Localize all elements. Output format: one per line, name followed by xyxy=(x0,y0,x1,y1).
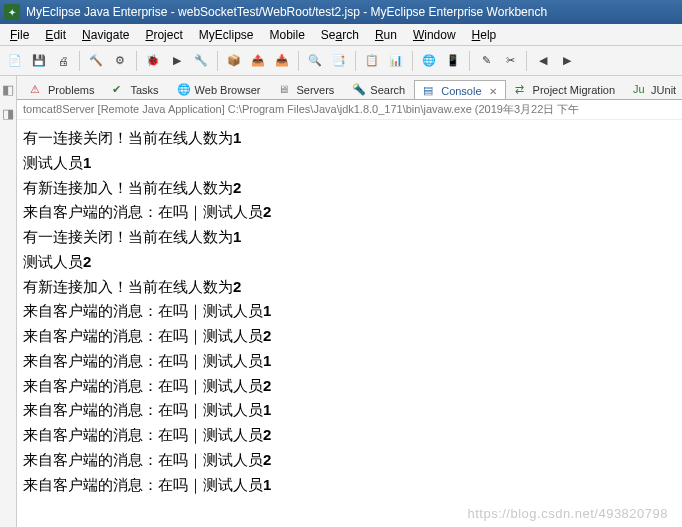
console-line: 来自客户端的消息：在吗｜测试人员2 xyxy=(23,374,682,399)
trim-icon[interactable]: ◨ xyxy=(0,106,16,122)
toolbar-separator xyxy=(217,51,218,71)
toolbar-button[interactable]: ▶ xyxy=(166,50,188,72)
toolbar-button[interactable]: 📋 xyxy=(361,50,383,72)
tab-label: Project Migration xyxy=(533,84,616,96)
tab-web-browser[interactable]: 🌐Web Browser xyxy=(168,79,270,99)
toolbar-button[interactable]: 📤 xyxy=(247,50,269,72)
tab-label: Servers xyxy=(296,84,334,96)
toolbar-separator xyxy=(355,51,356,71)
toolbar-separator xyxy=(412,51,413,71)
toolbar-button[interactable]: ✎ xyxy=(475,50,497,72)
toolbar-button[interactable]: 🔍 xyxy=(304,50,326,72)
console-line: 来自客户端的消息：在吗｜测试人员1 xyxy=(23,398,682,423)
toolbar-button[interactable]: ▶ xyxy=(556,50,578,72)
toolbar-button[interactable]: 🌐 xyxy=(418,50,440,72)
console-line: 有新连接加入！当前在线人数为2 xyxy=(23,176,682,201)
trim-icon[interactable]: ◧ xyxy=(0,82,16,98)
tab-project-migration[interactable]: ⇄Project Migration xyxy=(506,79,625,99)
menu-project[interactable]: Project xyxy=(137,26,190,44)
tab-label: Console xyxy=(441,85,481,97)
console-line: 来自客户端的消息：在吗｜测试人员1 xyxy=(23,473,682,498)
tab-label: Search xyxy=(370,84,405,96)
toolbar-separator xyxy=(79,51,80,71)
menu-mobile[interactable]: Mobile xyxy=(261,26,312,44)
tab-junit[interactable]: JuJUnit xyxy=(624,79,682,99)
toolbar-button[interactable]: 🐞 xyxy=(142,50,164,72)
toolbar-button[interactable]: ✂ xyxy=(499,50,521,72)
console-line: 来自客户端的消息：在吗｜测试人员2 xyxy=(23,324,682,349)
menu-bar: FileEditNavigateProjectMyEclipseMobileSe… xyxy=(0,24,682,46)
servers-icon: 🖥 xyxy=(278,83,292,97)
menu-myeclipse[interactable]: MyEclipse xyxy=(191,26,262,44)
tab-tasks[interactable]: ✔Tasks xyxy=(103,79,167,99)
project-migration-icon: ⇄ xyxy=(515,83,529,97)
tab-problems[interactable]: ⚠Problems xyxy=(21,79,103,99)
search-icon: 🔦 xyxy=(352,83,366,97)
problems-icon: ⚠ xyxy=(30,83,44,97)
menu-edit[interactable]: Edit xyxy=(37,26,74,44)
console-line: 有新连接加入！当前在线人数为2 xyxy=(23,275,682,300)
tab-label: Web Browser xyxy=(195,84,261,96)
workspace: ◧◨ ⚠Problems✔Tasks🌐Web Browser🖥Servers🔦S… xyxy=(0,76,682,527)
menu-window[interactable]: Window xyxy=(405,26,464,44)
console-line: 来自客户端的消息：在吗｜测试人员1 xyxy=(23,299,682,324)
tab-label: Problems xyxy=(48,84,94,96)
web-browser-icon: 🌐 xyxy=(177,83,191,97)
tab-servers[interactable]: 🖥Servers xyxy=(269,79,343,99)
console-line: 测试人员2 xyxy=(23,250,682,275)
console-line: 有一连接关闭！当前在线人数为1 xyxy=(23,225,682,250)
console-line: 来自客户端的消息：在吗｜测试人员2 xyxy=(23,200,682,225)
toolbar-button[interactable]: ◀ xyxy=(532,50,554,72)
toolbar-button[interactable]: 🔨 xyxy=(85,50,107,72)
console-line: 来自客户端的消息：在吗｜测试人员2 xyxy=(23,423,682,448)
toolbar-button[interactable]: 📱 xyxy=(442,50,464,72)
toolbar-button[interactable]: 📥 xyxy=(271,50,293,72)
toolbar: 📄💾🖨🔨⚙🐞▶🔧📦📤📥🔍📑📋📊🌐📱✎✂◀▶ xyxy=(0,46,682,76)
menu-file[interactable]: File xyxy=(2,26,37,44)
window-title: MyEclipse Java Enterprise - webSocketTes… xyxy=(26,5,678,19)
console-icon: ▤ xyxy=(423,84,437,98)
tasks-icon: ✔ xyxy=(112,83,126,97)
app-icon: ✦ xyxy=(4,4,20,20)
close-icon[interactable]: ✕ xyxy=(489,86,497,97)
toolbar-button[interactable]: 📦 xyxy=(223,50,245,72)
toolbar-button[interactable]: 📊 xyxy=(385,50,407,72)
console-line: 有一连接关闭！当前在线人数为1 xyxy=(23,126,682,151)
tab-label: Tasks xyxy=(130,84,158,96)
menu-navigate[interactable]: Navigate xyxy=(74,26,137,44)
toolbar-separator xyxy=(136,51,137,71)
toolbar-separator xyxy=(298,51,299,71)
toolbar-button[interactable]: 🖨 xyxy=(52,50,74,72)
toolbar-button[interactable]: 🔧 xyxy=(190,50,212,72)
tab-console[interactable]: ▤Console✕ xyxy=(414,80,505,100)
tab-label: JUnit xyxy=(651,84,676,96)
toolbar-button[interactable]: 📄 xyxy=(4,50,26,72)
console-line: 来自客户端的消息：在吗｜测试人员1 xyxy=(23,349,682,374)
tab-search[interactable]: 🔦Search xyxy=(343,79,414,99)
junit-icon: Ju xyxy=(633,83,647,97)
toolbar-button[interactable]: 💾 xyxy=(28,50,50,72)
console-output[interactable]: 有一连接关闭！当前在线人数为1测试人员1有新连接加入！当前在线人数为2来自客户端… xyxy=(17,120,682,527)
console-launch-info: tomcat8Server [Remote Java Application] … xyxy=(17,100,682,120)
menu-run[interactable]: Run xyxy=(367,26,405,44)
toolbar-button[interactable]: ⚙ xyxy=(109,50,131,72)
toolbar-button[interactable]: 📑 xyxy=(328,50,350,72)
main-area: ⚠Problems✔Tasks🌐Web Browser🖥Servers🔦Sear… xyxy=(17,76,682,527)
console-line: 来自客户端的消息：在吗｜测试人员2 xyxy=(23,448,682,473)
title-bar: ✦ MyEclipse Java Enterprise - webSocketT… xyxy=(0,0,682,24)
toolbar-separator xyxy=(526,51,527,71)
toolbar-separator xyxy=(469,51,470,71)
console-line: 测试人员1 xyxy=(23,151,682,176)
menu-search[interactable]: Search xyxy=(313,26,367,44)
view-tab-bar: ⚠Problems✔Tasks🌐Web Browser🖥Servers🔦Sear… xyxy=(17,76,682,100)
left-trim: ◧◨ xyxy=(0,76,17,527)
menu-help[interactable]: Help xyxy=(464,26,505,44)
